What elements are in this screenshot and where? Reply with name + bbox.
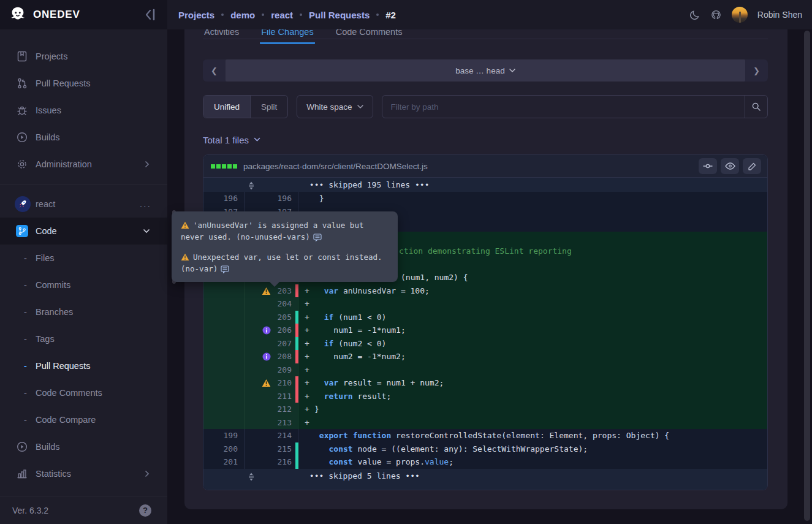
breadcrumb-pull-requests[interactable]: Pull Requests: [309, 10, 370, 20]
page-scrollbar[interactable]: [804, 31, 810, 521]
breadcrumb-react[interactable]: react: [271, 10, 293, 20]
old-line-number[interactable]: [203, 324, 245, 337]
prev-commit-icon[interactable]: ❮: [203, 66, 226, 75]
next-commit-icon[interactable]: ❯: [745, 66, 768, 75]
code-token: [348, 431, 353, 440]
new-line-number[interactable]: 215: [245, 442, 298, 456]
sidebar-item-builds[interactable]: Builds: [0, 124, 167, 151]
sidebar-item-tags[interactable]: -Tags: [0, 325, 167, 352]
comment-range-bar-teal[interactable]: [295, 455, 298, 469]
comment-range-bar-red[interactable]: [295, 284, 298, 298]
new-line-number[interactable]: 214: [245, 429, 298, 442]
commit-button[interactable]: [699, 158, 717, 174]
revision-range-label: base … head: [455, 66, 504, 75]
sidebar-item-project-builds[interactable]: Builds: [0, 433, 167, 460]
old-line-number[interactable]: 199: [203, 429, 245, 442]
file-path[interactable]: packages/react-dom/src/client/ReactDOMSe…: [243, 162, 428, 171]
code-token: [314, 313, 324, 322]
lint-warning-icon[interactable]: [262, 286, 271, 295]
new-line-number[interactable]: 213: [245, 416, 298, 430]
new-line-number[interactable]: 211: [245, 390, 298, 403]
old-line-number[interactable]: 201: [203, 455, 245, 469]
comment-range-bar-red[interactable]: [295, 376, 298, 390]
new-line-number[interactable]: 216: [245, 455, 298, 469]
old-line-number[interactable]: [203, 311, 245, 324]
sidebar-item-issues[interactable]: Issues: [0, 97, 167, 124]
old-line-number[interactable]: [203, 363, 245, 377]
sidebar-item-code[interactable]: Code: [0, 218, 167, 245]
comment-range-bar-teal[interactable]: [295, 311, 298, 324]
new-line-gutter: [245, 178, 298, 192]
sidebar-item-statistics[interactable]: Statistics: [0, 460, 167, 487]
whitespace-dropdown[interactable]: White space: [297, 95, 373, 118]
new-line-number[interactable]: 212: [245, 403, 298, 416]
more-options-icon[interactable]: ...: [140, 199, 151, 210]
split-button[interactable]: Split: [250, 96, 287, 118]
view-file-button[interactable]: [721, 158, 739, 174]
sidebar-project-react[interactable]: react ...: [0, 191, 167, 218]
sidebar-item-files[interactable]: -Files: [0, 245, 167, 271]
filter-by-path-input[interactable]: [382, 96, 745, 118]
sidebar-item-code-comments[interactable]: -Code Comments: [0, 379, 167, 406]
code-token: [314, 286, 324, 295]
warning-icon: [181, 221, 189, 229]
github-icon[interactable]: [710, 9, 722, 21]
moon-icon[interactable]: [689, 9, 700, 21]
unified-button[interactable]: Unified: [203, 96, 250, 118]
new-line-number[interactable]: 210: [245, 376, 298, 390]
comment-range-bar-red[interactable]: [295, 350, 298, 363]
comment-bubble-icon[interactable]: [313, 234, 322, 241]
old-line-number[interactable]: 200: [203, 442, 245, 456]
new-line-number[interactable]: 196: [245, 192, 298, 205]
help-icon[interactable]: ?: [139, 504, 151, 517]
tab-activities[interactable]: Activities: [203, 29, 240, 44]
old-line-number[interactable]: [203, 416, 245, 430]
sidebar-item-branches[interactable]: -Branches: [0, 298, 167, 325]
edit-file-button[interactable]: [743, 158, 761, 174]
sidebar-item-projects[interactable]: Projects: [0, 43, 167, 70]
avatar[interactable]: [732, 7, 748, 23]
old-line-number[interactable]: [203, 350, 245, 363]
new-line-number[interactable]: 207: [245, 337, 298, 351]
sidebar-item-administration[interactable]: Administration: [0, 151, 167, 178]
old-line-number[interactable]: [203, 284, 245, 298]
sidebar-item-pull-requests[interactable]: Pull Requests: [0, 70, 167, 97]
old-line-number[interactable]: [203, 297, 245, 311]
sidebar-item-code-compare[interactable]: -Code Compare: [0, 406, 167, 433]
new-line-number[interactable]: 206: [245, 324, 298, 337]
new-line-number[interactable]: 205: [245, 311, 298, 324]
expand-lines-icon[interactable]: [248, 471, 255, 485]
collapse-sidebar-icon[interactable]: [144, 7, 157, 22]
tab-file-changes[interactable]: File Changes: [260, 29, 314, 44]
sidebar-label: Files: [36, 253, 55, 263]
revision-range-button[interactable]: base … head: [226, 59, 745, 82]
old-line-number[interactable]: [203, 403, 245, 416]
comment-bubble-icon[interactable]: [221, 265, 229, 273]
lint-warning-icon[interactable]: [262, 378, 271, 387]
sidebar-label: Issues: [36, 105, 61, 115]
new-line-number[interactable]: 209: [245, 363, 298, 377]
total-files-toggle[interactable]: Total 1 files: [203, 131, 768, 149]
old-line-number[interactable]: [203, 390, 245, 403]
sidebar-item-pull-requests-sub[interactable]: -Pull Requests: [0, 352, 167, 379]
tab-code-comments[interactable]: Code Comments: [335, 29, 404, 44]
breadcrumb-projects[interactable]: Projects: [178, 10, 214, 20]
user-name[interactable]: Robin Shen: [757, 10, 802, 20]
comment-range-bar-teal[interactable]: [295, 337, 298, 351]
comment-range-bar-red[interactable]: [295, 324, 298, 337]
search-button[interactable]: [745, 96, 767, 118]
old-line-number[interactable]: [203, 337, 245, 351]
new-line-number[interactable]: 208: [245, 350, 298, 363]
old-line-number[interactable]: [203, 376, 245, 390]
breadcrumb-demo[interactable]: demo: [230, 10, 255, 20]
lint-info-icon[interactable]: [262, 325, 271, 335]
breadcrumb-separator: [221, 13, 224, 16]
comment-range-bar-teal[interactable]: [295, 442, 298, 456]
new-line-number[interactable]: 204: [245, 297, 298, 311]
old-line-number[interactable]: 196: [203, 192, 245, 205]
commit-icon: [703, 162, 713, 170]
lint-info-icon[interactable]: [262, 352, 271, 361]
breadcrumb-separator: [376, 13, 379, 16]
comment-range-bar-red[interactable]: [295, 390, 298, 403]
sidebar-item-commits[interactable]: -Commits: [0, 271, 167, 298]
